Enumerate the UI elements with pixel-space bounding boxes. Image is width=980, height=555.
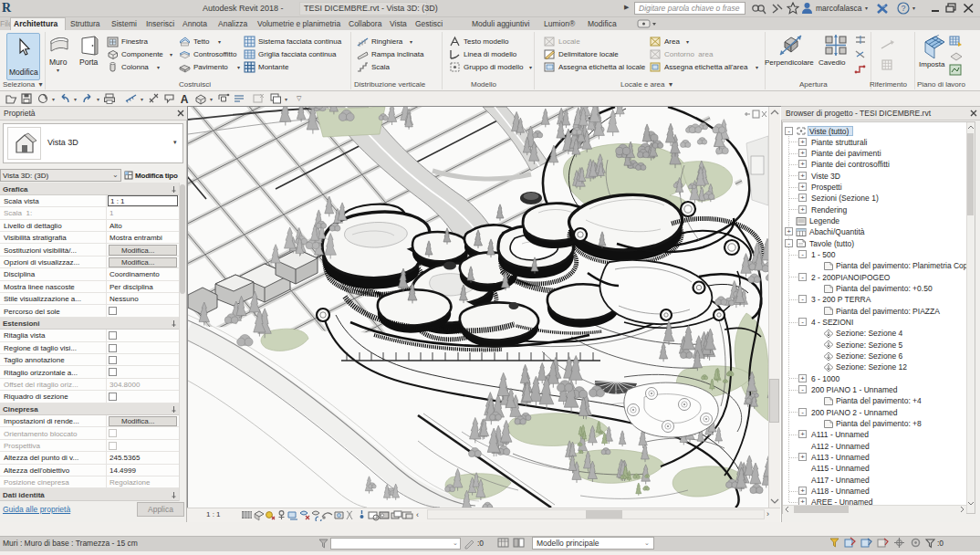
svg-text:?: ?: [901, 4, 905, 13]
svg-text:A: A: [181, 93, 189, 105]
